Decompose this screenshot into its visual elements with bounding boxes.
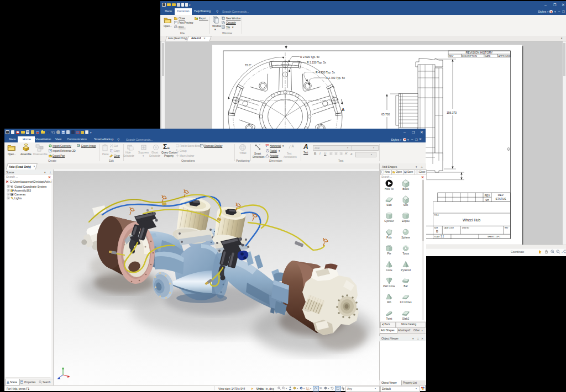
svg-text:Poly: Poly [386, 236, 392, 239]
svg-text:REV: REV [505, 227, 508, 229]
svg-text:72.0°: 72.0° [245, 63, 251, 67]
svg-text:Wheel Hub: Wheel Hub [463, 218, 481, 222]
svg-text:R 2.699 Typ. 5x: R 2.699 Typ. 5x [300, 55, 319, 59]
svg-text:C:\Users\coconnor\Desktop\Axle: C:\Users\coconnor\Desktop\Axle.ics [10, 180, 51, 183]
svg-text:A: A [292, 144, 295, 148]
svg-text:Block: Block [402, 188, 409, 190]
svg-text:Cameras: Cameras [14, 193, 26, 196]
svg-text:SCALE: SCALE [434, 236, 440, 238]
svg-text:APPROVED: APPROVED [499, 55, 511, 57]
svg-text:Sphere: Sphere [401, 236, 410, 239]
svg-text:%: % [319, 386, 322, 390]
svg-text:B: B [436, 230, 438, 233]
svg-text:SH: SH [485, 199, 489, 202]
svg-text:13 Circles: 13 Circles [400, 301, 412, 304]
svg-text:1:1: 1:1 [441, 235, 444, 238]
svg-text:Slab: Slab [386, 204, 392, 206]
svg-text:REV: REV [498, 193, 504, 197]
svg-text:Torus: Torus [402, 252, 409, 255]
svg-text:Pyramid: Pyramid [401, 269, 411, 272]
svg-text:R 3.150 Typ. 5x: R 3.150 Typ. 5x [307, 61, 326, 64]
svg-text:Part Cone: Part Cone [383, 285, 395, 288]
svg-text:DESCRIPTION: DESCRIPTION [462, 55, 477, 57]
svg-text:156.373: 156.373 [447, 111, 457, 114]
svg-text:Slab2: Slab2 [402, 317, 410, 320]
svg-text:A: A [342, 107, 345, 112]
svg-text:R 4.950 Typ. 5x: R 4.950 Typ. 5x [316, 71, 335, 74]
svg-text:R 2.700 Typ. 5x: R 2.700 Typ. 5x [326, 76, 345, 80]
svg-text:REVISION HISTORY: REVISION HISTORY [465, 51, 493, 54]
svg-text:Pie: Pie [387, 252, 391, 255]
svg-text:DWG NO: DWG NO [462, 227, 469, 229]
svg-text:Slot: Slot [403, 204, 408, 206]
svg-text:CAGE CODE: CAGE CODE [444, 227, 454, 229]
svg-text:SIZE: SIZE [434, 227, 438, 229]
svg-text:Cone: Cone [386, 269, 392, 272]
svg-text:65.700: 65.700 [381, 113, 390, 116]
svg-text:Twist: Twist [386, 317, 393, 320]
svg-text:Ellipse: Ellipse [402, 220, 410, 223]
svg-text:REV: REV [449, 55, 454, 57]
svg-text:Assembly363: Assembly363 [14, 189, 31, 192]
svg-text:How To: How To [385, 188, 394, 190]
svg-text:Cylinder: Cylinder [384, 220, 394, 223]
svg-text:SHEET 1 OF 1: SHEET 1 OF 1 [488, 236, 500, 238]
svg-text:DATE: DATE [485, 55, 491, 57]
svg-text:TITLE: TITLE [434, 214, 439, 216]
svg-text:Bar: Bar [403, 285, 408, 288]
svg-text:Global Coordinate System: Global Coordinate System [14, 185, 46, 188]
svg-text:REV: REV [485, 194, 490, 197]
svg-text:Rib: Rib [387, 301, 391, 304]
svg-text:STATUS: STATUS [496, 197, 507, 200]
svg-text:Lights: Lights [14, 197, 22, 200]
